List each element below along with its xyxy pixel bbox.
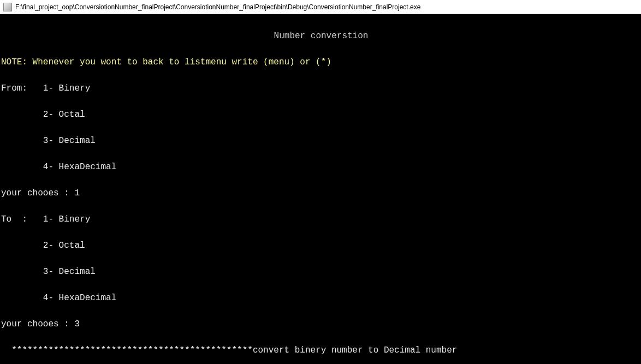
from-menu-line-4: 4- HexaDecimal: [1, 160, 641, 174]
window-title: F:\final_project_oop\ConversiotionNumber…: [15, 3, 420, 11]
to-menu-line-2: 2- Octal: [1, 239, 641, 252]
console-heading: Number converstion: [1, 29, 641, 43]
choice-from: your chooes : 1: [1, 187, 641, 200]
divider-line: ****************************************…: [1, 344, 641, 357]
from-menu-line-2: 2- Octal: [1, 108, 641, 121]
to-menu-line-3: 3- Decimal: [1, 265, 641, 278]
console-output[interactable]: Number converstion NOTE: Whenever you wo…: [0, 14, 641, 364]
console-note: NOTE: Whenever you wont to back to listm…: [1, 56, 641, 69]
from-menu-line-1: From: 1- Binery: [1, 82, 641, 95]
from-menu-line-3: 3- Decimal: [1, 134, 641, 147]
to-menu-line-1: To : 1- Binery: [1, 213, 641, 226]
window-title-bar[interactable]: F:\final_project_oop\ConversiotionNumber…: [0, 0, 641, 14]
choice-to: your chooes : 3: [1, 318, 641, 331]
to-menu-line-4: 4- HexaDecimal: [1, 291, 641, 305]
app-icon: [3, 3, 12, 11]
